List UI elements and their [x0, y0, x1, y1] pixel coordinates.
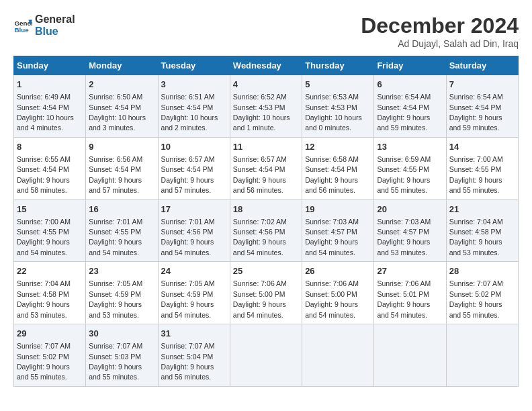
day-number: 17 — [161, 203, 227, 216]
sunrise-text: Sunrise: 7:07 AMSunset: 5:02 PMDaylight:… — [449, 279, 503, 318]
column-header-saturday: Saturday — [446, 56, 518, 75]
day-number: 10 — [161, 141, 227, 153]
day-number: 29 — [17, 328, 83, 340]
calendar-cell: 14Sunrise: 7:00 AMSunset: 4:55 PMDayligh… — [446, 137, 518, 199]
day-number: 4 — [233, 79, 299, 91]
day-number: 15 — [17, 203, 83, 216]
sunrise-text: Sunrise: 7:07 AMSunset: 5:03 PMDaylight:… — [89, 342, 142, 381]
calendar-cell: 30Sunrise: 7:07 AMSunset: 5:03 PMDayligh… — [86, 324, 158, 387]
sunrise-text: Sunrise: 6:49 AMSunset: 4:54 PMDaylight:… — [17, 93, 74, 132]
calendar-cell: 28Sunrise: 7:07 AMSunset: 5:02 PMDayligh… — [446, 262, 518, 324]
column-header-monday: Monday — [86, 56, 158, 75]
day-number: 8 — [17, 141, 83, 153]
sunrise-text: Sunrise: 7:05 AMSunset: 4:59 PMDaylight:… — [89, 279, 142, 318]
sunrise-text: Sunrise: 7:07 AMSunset: 5:02 PMDaylight:… — [17, 342, 71, 381]
calendar-cell — [374, 324, 446, 387]
column-header-sunday: Sunday — [14, 56, 86, 75]
calendar-cell: 10Sunrise: 6:57 AMSunset: 4:54 PMDayligh… — [158, 137, 230, 199]
week-row-5: 29Sunrise: 7:07 AMSunset: 5:02 PMDayligh… — [14, 324, 519, 387]
calendar-cell: 19Sunrise: 7:03 AMSunset: 4:57 PMDayligh… — [302, 199, 374, 262]
calendar-cell: 1Sunrise: 6:49 AMSunset: 4:54 PMDaylight… — [14, 75, 86, 138]
day-number: 6 — [377, 79, 443, 91]
calendar-cell: 18Sunrise: 7:02 AMSunset: 4:56 PMDayligh… — [230, 199, 302, 262]
day-number: 24 — [161, 265, 227, 277]
page-title: December 2024 — [361, 13, 519, 38]
day-number: 11 — [233, 141, 299, 153]
sunrise-text: Sunrise: 6:55 AMSunset: 4:54 PMDaylight:… — [17, 155, 71, 194]
calendar-cell: 9Sunrise: 6:56 AMSunset: 4:54 PMDaylight… — [86, 137, 158, 199]
calendar-table: SundayMondayTuesdayWednesdayThursdayFrid… — [13, 56, 519, 387]
calendar-cell: 6Sunrise: 6:54 AMSunset: 4:54 PMDaylight… — [374, 75, 446, 138]
page-subtitle: Ad Dujayl, Salah ad Din, Iraq — [361, 38, 519, 49]
calendar-cell: 13Sunrise: 6:59 AMSunset: 4:55 PMDayligh… — [374, 137, 446, 199]
calendar-cell: 17Sunrise: 7:01 AMSunset: 4:56 PMDayligh… — [158, 199, 230, 262]
calendar-cell: 22Sunrise: 7:04 AMSunset: 4:58 PMDayligh… — [14, 262, 86, 324]
calendar-cell: 11Sunrise: 6:57 AMSunset: 4:54 PMDayligh… — [230, 137, 302, 199]
sunrise-text: Sunrise: 7:06 AMSunset: 5:00 PMDaylight:… — [305, 279, 359, 318]
day-number: 28 — [449, 265, 515, 277]
day-number: 27 — [377, 265, 443, 277]
day-number: 25 — [233, 265, 299, 277]
calendar-cell: 12Sunrise: 6:58 AMSunset: 4:54 PMDayligh… — [302, 137, 374, 199]
day-number: 20 — [377, 203, 443, 216]
sunrise-text: Sunrise: 6:54 AMSunset: 4:54 PMDaylight:… — [449, 93, 503, 132]
day-number: 13 — [377, 141, 443, 153]
calendar-cell: 26Sunrise: 7:06 AMSunset: 5:00 PMDayligh… — [302, 262, 374, 324]
day-number: 16 — [89, 203, 154, 216]
calendar-cell: 25Sunrise: 7:06 AMSunset: 5:00 PMDayligh… — [230, 262, 302, 324]
calendar-cell: 31Sunrise: 7:07 AMSunset: 5:04 PMDayligh… — [158, 324, 230, 387]
header: General Blue General Blue December 2024 … — [13, 13, 519, 49]
day-number: 2 — [89, 79, 154, 91]
sunrise-text: Sunrise: 7:04 AMSunset: 4:58 PMDaylight:… — [449, 218, 503, 257]
calendar-cell: 24Sunrise: 7:05 AMSunset: 4:59 PMDayligh… — [158, 262, 230, 324]
week-row-3: 15Sunrise: 7:00 AMSunset: 4:55 PMDayligh… — [14, 199, 519, 262]
day-number: 14 — [449, 141, 515, 153]
sunrise-text: Sunrise: 7:00 AMSunset: 4:55 PMDaylight:… — [17, 218, 71, 257]
calendar-cell: 8Sunrise: 6:55 AMSunset: 4:54 PMDaylight… — [14, 137, 86, 199]
sunrise-text: Sunrise: 6:58 AMSunset: 4:54 PMDaylight:… — [305, 155, 359, 194]
day-number: 31 — [161, 328, 227, 340]
day-number: 26 — [305, 265, 371, 277]
calendar-cell: 2Sunrise: 6:50 AMSunset: 4:54 PMDaylight… — [86, 75, 158, 138]
sunrise-text: Sunrise: 7:07 AMSunset: 5:04 PMDaylight:… — [161, 342, 215, 381]
svg-text:Blue: Blue — [14, 26, 29, 33]
logo: General Blue General Blue — [13, 13, 75, 37]
sunrise-text: Sunrise: 6:53 AMSunset: 4:53 PMDaylight:… — [305, 93, 362, 132]
calendar-cell: 5Sunrise: 6:53 AMSunset: 4:53 PMDaylight… — [302, 75, 374, 138]
day-number: 1 — [17, 79, 83, 91]
logo-line1: General — [35, 13, 75, 26]
sunrise-text: Sunrise: 6:52 AMSunset: 4:53 PMDaylight:… — [233, 93, 290, 132]
logo-line2: Blue — [35, 26, 75, 38]
calendar-cell: 20Sunrise: 7:03 AMSunset: 4:57 PMDayligh… — [374, 199, 446, 262]
day-number: 19 — [305, 203, 371, 216]
sunrise-text: Sunrise: 6:54 AMSunset: 4:54 PMDaylight:… — [377, 93, 431, 132]
day-number: 12 — [305, 141, 371, 153]
calendar-cell: 7Sunrise: 6:54 AMSunset: 4:54 PMDaylight… — [446, 75, 518, 138]
sunrise-text: Sunrise: 6:57 AMSunset: 4:54 PMDaylight:… — [161, 155, 215, 194]
calendar-cell: 27Sunrise: 7:06 AMSunset: 5:01 PMDayligh… — [374, 262, 446, 324]
sunrise-text: Sunrise: 6:50 AMSunset: 4:54 PMDaylight:… — [89, 93, 146, 132]
day-number: 22 — [17, 265, 83, 277]
calendar-cell: 23Sunrise: 7:05 AMSunset: 4:59 PMDayligh… — [86, 262, 158, 324]
sunrise-text: Sunrise: 6:57 AMSunset: 4:54 PMDaylight:… — [233, 155, 287, 194]
sunrise-text: Sunrise: 7:01 AMSunset: 4:56 PMDaylight:… — [161, 218, 215, 257]
calendar-cell — [302, 324, 374, 387]
week-row-2: 8Sunrise: 6:55 AMSunset: 4:54 PMDaylight… — [14, 137, 519, 199]
sunrise-text: Sunrise: 6:59 AMSunset: 4:55 PMDaylight:… — [377, 155, 431, 194]
sunrise-text: Sunrise: 7:06 AMSunset: 5:01 PMDaylight:… — [377, 279, 431, 318]
day-number: 5 — [305, 79, 371, 91]
sunrise-text: Sunrise: 6:51 AMSunset: 4:54 PMDaylight:… — [161, 93, 218, 132]
sunrise-text: Sunrise: 7:05 AMSunset: 4:59 PMDaylight:… — [161, 279, 215, 318]
sunrise-text: Sunrise: 7:01 AMSunset: 4:55 PMDaylight:… — [89, 218, 142, 257]
logo-icon: General Blue — [13, 16, 32, 35]
sunrise-text: Sunrise: 7:04 AMSunset: 4:58 PMDaylight:… — [17, 279, 71, 318]
sunrise-text: Sunrise: 6:56 AMSunset: 4:54 PMDaylight:… — [89, 155, 142, 194]
calendar-cell: 21Sunrise: 7:04 AMSunset: 4:58 PMDayligh… — [446, 199, 518, 262]
day-number: 9 — [89, 141, 154, 153]
day-number: 30 — [89, 328, 154, 340]
day-number: 18 — [233, 203, 299, 216]
sunrise-text: Sunrise: 7:02 AMSunset: 4:56 PMDaylight:… — [233, 218, 287, 257]
week-row-1: 1Sunrise: 6:49 AMSunset: 4:54 PMDaylight… — [14, 75, 519, 138]
sunrise-text: Sunrise: 7:00 AMSunset: 4:55 PMDaylight:… — [449, 155, 503, 194]
day-number: 21 — [449, 203, 515, 216]
